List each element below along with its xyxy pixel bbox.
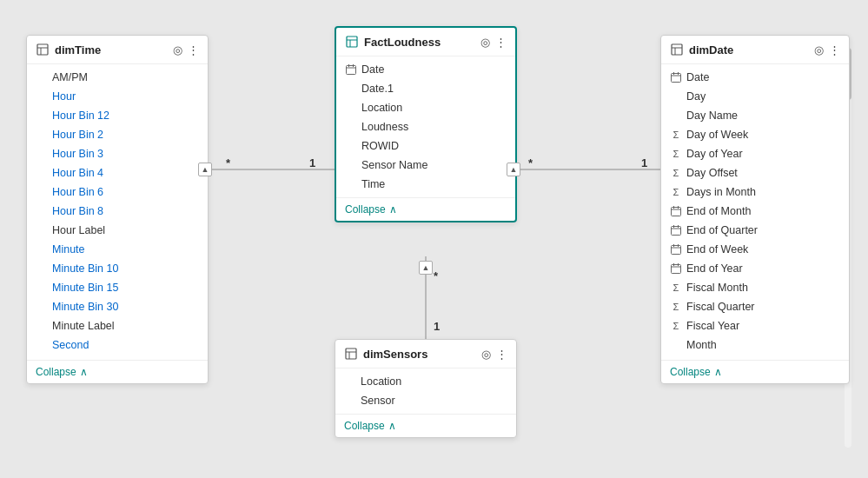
field-icon-fl-loudness [345, 121, 357, 133]
field-dd-date: Date [661, 68, 849, 87]
field-icon-dd-fiscalquarter: Σ [670, 301, 682, 313]
field-dd-daysinmonth: Σ Days in Month [661, 183, 849, 202]
field-dd-fiscalyear: Σ Fiscal Year [661, 316, 849, 335]
field-icon-dd-fiscalmonth: Σ [670, 282, 682, 294]
factloudness-header-left: FactLoudness [345, 35, 441, 49]
field-dd-dayoffset: Σ Day Offset [661, 163, 849, 183]
field-label-dd-monthname: Month Name [686, 358, 749, 360]
field-icon-hourbin6 [36, 186, 48, 198]
field-label-dd-dayofyear: Day of Year [686, 148, 743, 160]
table-factloudness: FactLoudness ◎ ⋮ Date [335, 26, 517, 222]
field-label-dd-dayname: Day Name [686, 110, 738, 122]
dimdate-name: dimDate [689, 43, 733, 56]
field-hour: Hour [27, 87, 208, 106]
field-label-hourbin12: Hour Bin 12 [52, 110, 109, 122]
field-label-minutelabel: Minute Label [52, 320, 115, 332]
field-label-dd-day: Day [686, 90, 706, 103]
field-icon-fl-date1 [345, 83, 357, 95]
main-canvas: ▲ * 1 ▲ * 1 ▲ * 1 dimTime ◎ ⋮ [0, 0, 868, 478]
field-label-fl-date1: Date.1 [361, 83, 394, 95]
dimdate-header: dimDate ◎ ⋮ [661, 36, 849, 64]
factloudness-collapse[interactable]: Collapse ∧ [336, 197, 515, 221]
field-icon-second [36, 339, 48, 351]
field-fl-date: Date [336, 60, 515, 79]
field-icon-hourlabel [36, 224, 48, 236]
svg-rect-20 [672, 208, 681, 216]
field-label-ampm: AM/PM [52, 71, 88, 83]
field-fl-sensorname: Sensor Name [336, 156, 515, 175]
field-icon-dd-endofmonth [670, 205, 682, 217]
factloudness-eye-icon[interactable]: ◎ [480, 37, 490, 48]
handle-factloudness-right: ▲ [507, 163, 520, 176]
dimtime-header-right: ◎ ⋮ [173, 44, 199, 56]
field-icon-dd-month [670, 339, 682, 351]
field-fl-loudness: Loudness [336, 117, 515, 136]
dimdate-collapse-label: Collapse [670, 366, 711, 378]
field-minutebin15: Minute Bin 15 [27, 278, 208, 297]
field-ampm: AM/PM [27, 68, 208, 87]
field-label-hour: Hour [52, 90, 76, 103]
field-label-hourbin8: Hour Bin 8 [52, 205, 103, 217]
label-one-right: 1 [641, 156, 647, 169]
field-icon-hourbin4 [36, 167, 48, 179]
dimsensors-eye-icon[interactable]: ◎ [481, 349, 491, 360]
handle-dimtime-right: ▲ [198, 163, 212, 176]
field-icon-dd-dayofweek: Σ [670, 129, 682, 141]
field-label-fl-time: Time [361, 178, 385, 190]
field-label-fl-loudness: Loudness [361, 121, 408, 133]
dimsensors-collapse[interactable]: Collapse ∧ [335, 414, 516, 437]
field-icon-minutelabel [36, 320, 48, 332]
field-label-dd-fiscalquarter: Fiscal Quarter [686, 301, 755, 313]
field-hourbin3: Hour Bin 3 [27, 144, 208, 163]
dimtime-body: AM/PM Hour Hour Bin 12 Hour Bin 2 Hour B… [27, 64, 208, 360]
factloudness-name: FactLoudness [364, 36, 441, 49]
dimtime-dots-icon[interactable]: ⋮ [188, 44, 199, 56]
field-label-secondlabel: Second Label [52, 358, 118, 360]
factloudness-header-right: ◎ ⋮ [480, 37, 507, 48]
field-label-dd-date: Date [686, 71, 709, 83]
field-label-ds-location: Location [361, 375, 401, 388]
field-icon-fl-date [345, 63, 357, 76]
field-dd-endofquarter: End of Quarter [661, 221, 849, 240]
field-icon-fl-sensorname [345, 159, 357, 171]
dimtime-name: dimTime [55, 43, 101, 56]
dimdate-dots-icon[interactable]: ⋮ [829, 44, 840, 56]
field-dd-fiscalmonth: Σ Fiscal Month [661, 278, 849, 297]
factloudness-header: FactLoudness ◎ ⋮ [336, 28, 515, 56]
label-star-bottom: * [434, 269, 438, 282]
field-dd-dayofyear: Σ Day of Year [661, 144, 849, 163]
field-dd-fiscalquarter: Σ Fiscal Quarter [661, 297, 849, 316]
dimdate-header-left: dimDate [670, 43, 733, 56]
field-fl-rowid: ROWID [336, 136, 515, 156]
dimsensors-dots-icon[interactable]: ⋮ [496, 349, 507, 360]
handle-factloudness-bottom: ▲ [419, 261, 433, 275]
dimdate-collapse[interactable]: Collapse ∧ [661, 360, 849, 383]
dimdate-collapse-icon: ∧ [714, 366, 722, 378]
field-dd-endofyear: End of Year [661, 259, 849, 278]
svg-rect-36 [346, 349, 356, 359]
label-one-left: 1 [309, 156, 315, 169]
factloudness-dots-icon[interactable]: ⋮ [495, 37, 507, 48]
table-dimtime: dimTime ◎ ⋮ AM/PM Hour Hour Bin 12 H [26, 35, 209, 384]
dimdate-eye-icon[interactable]: ◎ [814, 44, 824, 56]
field-ds-sensor: Sensor [335, 391, 516, 410]
factloudness-table-icon [345, 35, 359, 49]
field-label-hourbin6: Hour Bin 6 [52, 186, 103, 198]
field-dd-month: Month [661, 335, 849, 355]
dimtime-collapse[interactable]: Collapse ∧ [27, 360, 208, 383]
field-icon-ds-sensor [344, 395, 356, 407]
field-label-fl-rowid: ROWID [361, 140, 399, 152]
label-star-left: * [226, 156, 230, 169]
field-icon-fl-time [345, 178, 357, 190]
field-dd-day: Day [661, 87, 849, 106]
label-one-bottom: 1 [434, 320, 440, 333]
dimsensors-name: dimSensors [363, 348, 427, 361]
field-icon-fl-rowid [345, 140, 357, 152]
dimtime-eye-icon[interactable]: ◎ [173, 44, 182, 56]
field-icon-hour [36, 90, 48, 103]
field-icon-hourbin3 [36, 148, 48, 160]
field-label-fl-sensorname: Sensor Name [361, 159, 427, 171]
field-label-minutebin30: Minute Bin 30 [52, 301, 118, 313]
field-dd-dayofweek: Σ Day of Week [661, 125, 849, 144]
field-label-dd-endofyear: End of Year [686, 262, 743, 275]
